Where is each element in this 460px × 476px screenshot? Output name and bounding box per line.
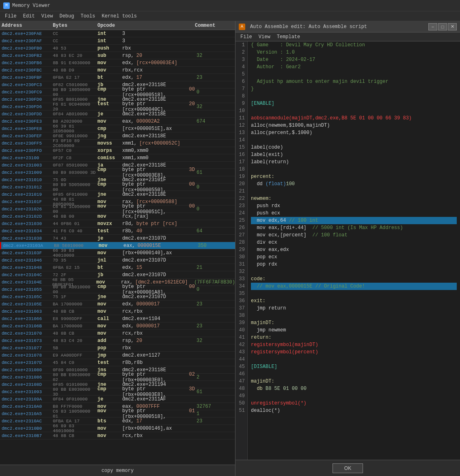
- copy-memory-bar[interactable]: copy memory: [0, 465, 235, 476]
- menu-tools[interactable]: Tools: [77, 13, 98, 20]
- row-address: dmc2.exe+230FE8: [0, 126, 53, 131]
- table-row[interactable]: dmc2.exe+231026C6 81 1C050000 00movbyte …: [0, 206, 235, 213]
- row-comment: 21: [195, 265, 235, 270]
- menu-file[interactable]: File: [2, 13, 20, 20]
- row-bytes: 66 39 83 40010000: [53, 248, 97, 258]
- table-row[interactable]: dmc2.exe+23109380 BB E8030000 3Dcmpbyte …: [0, 388, 235, 396]
- line-number: 49: [235, 392, 245, 400]
- table-row[interactable]: dmc2.exe+23103F66 39 83 40010000mov[rbx+…: [0, 249, 235, 257]
- row-opcode: mov[rbx+00000140],ax: [97, 250, 195, 256]
- row-comment: 0: [195, 89, 235, 95]
- table-row[interactable]: dmc2.exe+23106348 8B CBmovrcx,rbx: [0, 308, 235, 315]
- aa-minimize-button[interactable]: −: [428, 23, 437, 30]
- table-row[interactable]: dmc2.exe+2310190F85 6F010000jnedmc2.exe+…: [0, 191, 235, 198]
- table-row[interactable]: dmc2.exe+230FC980 B9 18050000 00cmpbyte …: [0, 89, 235, 96]
- table-row[interactable]: dmc2.exe+23107048 8B CBmovrcx,rbx: [0, 330, 235, 337]
- table-row[interactable]: dmc2.exe+230FAECCint3: [0, 30, 235, 37]
- table-row[interactable]: dmc2.exe+231066E8 9900DDFFcalldmc2.exe+1…: [0, 315, 235, 322]
- row-address: dmc2.exe+231003: [0, 163, 53, 168]
- table-row[interactable]: dmc2.exe+2310467D 35jnldmc2.exe+23107D: [0, 257, 235, 264]
- row-address: dmc2.exe+230FD0: [0, 97, 53, 102]
- aa-maximize-button[interactable]: □: [438, 23, 447, 30]
- menu-view[interactable]: View: [38, 13, 56, 20]
- table-row[interactable]: dmc2.exe+230FAFCCint3: [0, 37, 235, 45]
- table-row[interactable]: dmc2.exe+230FBF0FBA E2 17btedx,1723: [0, 74, 235, 81]
- code-line: unregistersymbol(*): [251, 400, 457, 407]
- table-row[interactable]: dmc2.exe+2310B066 89 83 46010000mov[rbx+…: [0, 425, 235, 432]
- table-row[interactable]: dmc2.exe+231000F2F C8comissxmm1,xmm0: [0, 154, 235, 162]
- table-row[interactable]: dmc2.exe+23105C75 1Fjnedmc2.exe+23107D: [0, 293, 235, 301]
- table-row[interactable]: dmc2.exe+230FEF0F8E 99010000jngdmc2.exe+…: [0, 132, 235, 140]
- row-address: dmc2.exe+23102D: [0, 214, 53, 219]
- row-address: dmc2.exe+23108D: [0, 382, 53, 387]
- table-row[interactable]: dmc2.exe+230FD6F6 81 0C040000 20testbyte…: [0, 103, 235, 110]
- code-line: mov eax,[rdi+.44] // 5000 int (Is Max HP…: [251, 224, 457, 232]
- row-address: dmc2.exe+230FB0: [0, 46, 53, 51]
- menu-kernel-tools[interactable]: Kernel tools: [98, 13, 140, 20]
- memory-table[interactable]: dmc2.exe+230FAECCint3dmc2.exe+230FAFCCin…: [0, 30, 235, 465]
- row-opcode: jnedmc2.exe+23107D: [97, 294, 195, 300]
- table-row[interactable]: dmc2.exe+23105580 B8 A8010000 00cmpbyte …: [0, 286, 235, 293]
- table-row[interactable]: dmc2.exe+230FBC48 8B D9movrbx,rcx: [0, 67, 235, 74]
- aa-menu-view[interactable]: View: [255, 33, 274, 41]
- aa-menu-file[interactable]: File: [237, 33, 255, 41]
- table-row[interactable]: dmc2.exe+230FB68B 91 E4030000movedx,[rcx…: [0, 59, 235, 67]
- table-row[interactable]: dmc2.exe+2310480FBA E2 15btedx,1521: [0, 264, 235, 271]
- table-row[interactable]: dmc2.exe+230FFD0F57 C0xorpsxmm0,xmm0: [0, 147, 235, 154]
- table-row[interactable]: dmc2.exe+23103044 0FB6 01movzxr8d,byte p…: [0, 220, 235, 227]
- row-address: dmc2.exe+231030: [0, 221, 53, 226]
- line-number: 51: [235, 407, 245, 414]
- table-row[interactable]: dmc2.exe+230FE3B8 A2020000moveax,000002A…: [0, 118, 235, 125]
- table-row[interactable]: dmc2.exe+23108680 BB E0030000 02cmpbyte …: [0, 374, 235, 381]
- table-row[interactable]: dmc2.exe+23104C72 2Fjbdmc2.exe+23107D: [0, 271, 235, 279]
- code-line: percent:: [251, 173, 457, 180]
- table-row[interactable]: dmc2.exe+230FDD0F84 AB010000jedmc2.exe+2…: [0, 110, 235, 118]
- code-line: code:: [251, 275, 457, 283]
- row-opcode: cmpbyte ptr [rcx+000003E8],3D: [97, 167, 195, 178]
- row-opcode: cmp[rcx+0000051E],ax: [97, 126, 195, 132]
- code-line: // mov eax,0000015E // Original Code!: [251, 283, 457, 290]
- table-row[interactable]: dmc2.exe+230FE866 39 81 1E050000cmp[rcx+…: [0, 125, 235, 132]
- table-row[interactable]: dmc2.exe+231078E9 AA00DDFFjmpdmc2.exe+11…: [0, 352, 235, 359]
- table-row[interactable]: dmc2.exe+23103441 F6 C0 40testr8b,4064: [0, 227, 235, 235]
- row-opcode: movzxr8d,byte ptr [rcx]: [97, 221, 195, 227]
- table-row[interactable]: dmc2.exe+2310B748 8B CBmovrcx,rbx: [0, 432, 235, 439]
- table-row[interactable]: dmc2.exe+23102D48 8B 00movrcx,[rax]: [0, 213, 235, 220]
- table-row[interactable]: dmc2.exe+23105EBA 17000000movedx,0000001…: [0, 301, 235, 308]
- table-row[interactable]: dmc2.exe+2310A5C6 83 18050000 01movbyte …: [0, 410, 235, 418]
- code-editor[interactable]: 1234567891011121314151617181920212223242…: [235, 41, 460, 460]
- row-bytes: 66 89 83 46010000: [53, 424, 97, 433]
- menu-edit[interactable]: Edit: [20, 13, 38, 20]
- row-opcode: movrcx,rbx: [97, 433, 195, 439]
- table-row[interactable]: dmc2.exe+2310AC0FBA EA 17btsedx,1723: [0, 418, 235, 425]
- ok-button[interactable]: OK: [333, 463, 363, 473]
- line-number: 12: [235, 122, 245, 129]
- code-line: dd (float)100: [251, 180, 457, 188]
- row-bytes: B8 5E010000: [54, 243, 99, 248]
- table-row[interactable]: dmc2.exe+23103AB8 5E010000moveax,0000015…: [0, 242, 235, 249]
- table-row[interactable]: dmc2.exe+23103874 43jedmc2.exe+23107D: [0, 235, 235, 242]
- table-row[interactable]: dmc2.exe+23107348 83 C4 20addrsp,2032: [0, 337, 235, 344]
- row-bytes: E8 9900DDFF: [53, 316, 97, 321]
- table-row[interactable]: dmc2.exe+23106BBA 17000000movedx,0000001…: [0, 322, 235, 330]
- table-row[interactable]: dmc2.exe+230FF5F3 0F10 89 2C050000movssx…: [0, 140, 235, 147]
- table-row[interactable]: dmc2.exe+23100980 B9 8030000 3Dcmpbyte p…: [0, 169, 235, 176]
- table-row[interactable]: dmc2.exe+23101280 B9 5D050000 00cmpbyte …: [0, 184, 235, 191]
- row-address: dmc2.exe+231093: [0, 389, 53, 394]
- aa-menu-template[interactable]: Template: [274, 33, 304, 41]
- menu-debug[interactable]: Debug: [56, 13, 77, 20]
- row-comment: 0: [195, 184, 235, 190]
- row-comment: 23: [195, 418, 235, 424]
- table-row[interactable]: dmc2.exe+230FB248 83 EC 20subrsp,2032: [0, 52, 235, 59]
- row-bytes: 0F57 C0: [53, 148, 97, 153]
- table-row[interactable]: dmc2.exe+23109A0F84 0F010000jedmc2.exe+2…: [0, 396, 235, 403]
- table-row[interactable]: dmc2.exe+2310775Bpoprbx: [0, 344, 235, 352]
- table-row[interactable]: dmc2.exe+23107D45 84 C0testr8b,r8b: [0, 359, 235, 366]
- row-address: dmc2.exe+231070: [0, 331, 53, 336]
- line-number: 43: [235, 348, 245, 356]
- code-content[interactable]: { Game : Devil May Cry HD Collection Ver…: [248, 41, 460, 460]
- table-row[interactable]: dmc2.exe+230FB040 53pushrbx: [0, 45, 235, 52]
- app-icon: M: [3, 2, 10, 9]
- row-bytes: 0FBA E2 17: [53, 75, 97, 80]
- aa-close-button[interactable]: ✕: [448, 23, 457, 30]
